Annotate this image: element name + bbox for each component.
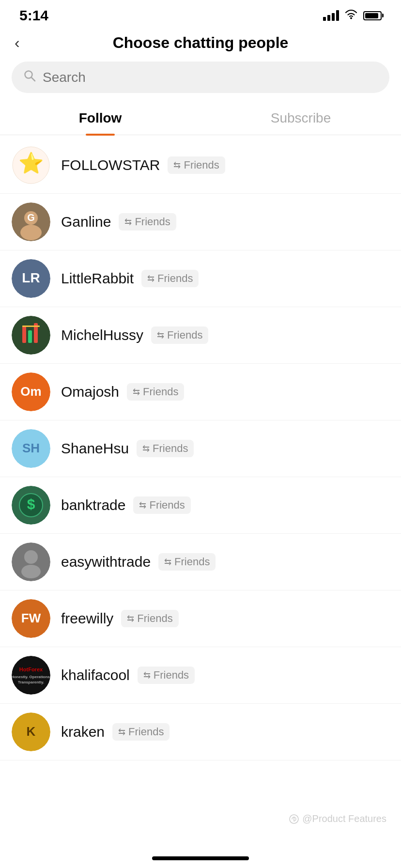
avatar: $ [12, 486, 50, 525]
page-title: Choose chatting people [113, 34, 289, 52]
svg-line-1 [31, 78, 35, 81]
user-item-banktrade[interactable]: $ banktrade⇆Friends [0, 477, 401, 534]
friends-label: Friends [128, 726, 164, 738]
friends-badge: ⇆Friends [168, 156, 225, 174]
avatar: K [12, 713, 50, 751]
friends-arrow-icon: ⇆ [147, 273, 154, 284]
svg-text:$: $ [27, 496, 35, 512]
friends-badge: ⇆Friends [158, 553, 216, 571]
friends-label: Friends [167, 329, 202, 341]
friends-badge: ⇆Friends [133, 496, 190, 514]
friends-badge: ⇆Friends [151, 326, 208, 344]
friends-arrow-icon: ⇆ [118, 727, 125, 737]
svg-text:K: K [27, 724, 36, 739]
friends-badge: ⇆Friends [138, 666, 195, 684]
avatar: FW [12, 599, 50, 638]
svg-text:SH: SH [22, 441, 40, 455]
svg-rect-14 [22, 326, 40, 327]
user-name: LittleRabbit [61, 270, 134, 287]
friends-label: Friends [135, 216, 170, 228]
friends-label: Friends [153, 442, 188, 455]
user-name: FOLLOWSTAR [61, 157, 160, 173]
friends-label: Friends [149, 499, 185, 512]
user-name: banktrade [61, 497, 125, 513]
tab-subscribe[interactable]: Subscribe [200, 103, 401, 135]
friends-arrow-icon: ⇆ [127, 613, 134, 624]
user-item-michelhussy[interactable]: MichelHussy⇆Friends [0, 307, 401, 364]
user-item-kraken[interactable]: K kraken⇆Friends [0, 704, 401, 760]
user-name: ShaneHsu [61, 440, 129, 457]
friends-badge: ⇆Friends [127, 383, 184, 401]
avatar: SH [12, 429, 50, 468]
svg-text:HotForex: HotForex [19, 666, 43, 672]
avatar: Om [12, 372, 50, 411]
friends-arrow-icon: ⇆ [173, 160, 181, 170]
search-container [0, 62, 401, 103]
user-item-omajosh[interactable]: Om Omajosh⇆Friends [0, 364, 401, 420]
search-icon [23, 69, 36, 85]
svg-rect-11 [22, 326, 26, 343]
friends-arrow-icon: ⇆ [133, 387, 140, 397]
status-time: 5:14 [19, 7, 48, 24]
signal-icon [323, 10, 339, 21]
header: ‹ Choose chatting people [0, 29, 401, 62]
avatar [12, 316, 50, 355]
home-indicator [152, 856, 249, 860]
tabs-container: Follow Subscribe [0, 103, 401, 135]
avatar: G [12, 202, 50, 241]
friends-arrow-icon: ⇆ [139, 500, 146, 511]
avatar: ⭐ [12, 146, 50, 185]
friends-arrow-icon: ⇆ [143, 670, 151, 681]
wifi-icon [345, 9, 357, 22]
tab-follow[interactable]: Follow [0, 103, 200, 135]
friends-label: Friends [154, 669, 189, 682]
svg-text:LR: LR [22, 270, 40, 285]
avatar [12, 542, 50, 581]
friends-label: Friends [174, 556, 210, 568]
friends-badge: ⇆Friends [119, 213, 176, 231]
user-item-freewilly[interactable]: FW freewilly⇆Friends [0, 590, 401, 647]
user-item-shanehsu[interactable]: SH ShaneHsu⇆Friends [0, 420, 401, 477]
watermark: @Product Features [289, 813, 386, 824]
friends-badge: ⇆Friends [112, 723, 170, 741]
friends-arrow-icon: ⇆ [124, 217, 132, 227]
friends-label: Friends [184, 159, 219, 171]
svg-text:FW: FW [21, 611, 41, 625]
user-name: MichelHussy [61, 327, 143, 343]
svg-point-6 [20, 225, 42, 240]
user-name: Omajosh [61, 384, 119, 400]
avatar: LR [12, 259, 50, 298]
user-name: kraken [61, 724, 105, 740]
user-item-easywithtrade[interactable]: easywithtrade⇆Friends [0, 534, 401, 590]
user-item-followstar[interactable]: ⭐ FOLLOWSTAR⇆Friends [0, 137, 401, 194]
user-name: freewilly [61, 610, 113, 627]
user-item-ganline[interactable]: G Ganline⇆Friends [0, 194, 401, 250]
friends-label: Friends [143, 386, 178, 398]
friends-badge: ⇆Friends [137, 440, 194, 457]
battery-icon [363, 11, 382, 20]
search-input[interactable] [43, 70, 378, 85]
user-name: easywithtrade [61, 554, 151, 570]
search-bar[interactable] [12, 62, 389, 93]
svg-text:Om: Om [20, 384, 41, 399]
svg-text:⭐: ⭐ [18, 151, 44, 175]
status-icons [323, 9, 382, 22]
svg-text:Honestly. Operations.: Honestly. Operations. [12, 675, 50, 679]
user-item-khalifacool[interactable]: HotForex Honestly. Operations. Transpare… [0, 647, 401, 704]
svg-text:G: G [27, 212, 35, 223]
friends-label: Friends [137, 612, 172, 625]
status-bar: 5:14 [0, 0, 401, 29]
user-item-littlerabbit[interactable]: LR LittleRabbit⇆Friends [0, 250, 401, 307]
friends-badge: ⇆Friends [121, 610, 178, 627]
friends-badge: ⇆Friends [141, 270, 199, 287]
user-name: khalifacool [61, 667, 130, 683]
svg-rect-12 [28, 330, 32, 343]
avatar: HotForex Honestly. Operations. Transpare… [12, 656, 50, 695]
friends-label: Friends [157, 272, 193, 285]
svg-text:Transparently.: Transparently. [18, 680, 44, 684]
friends-arrow-icon: ⇆ [157, 330, 164, 341]
svg-point-24 [21, 565, 41, 578]
back-button[interactable]: ‹ [15, 34, 20, 52]
svg-point-23 [24, 550, 38, 564]
user-name: Ganline [61, 214, 111, 230]
